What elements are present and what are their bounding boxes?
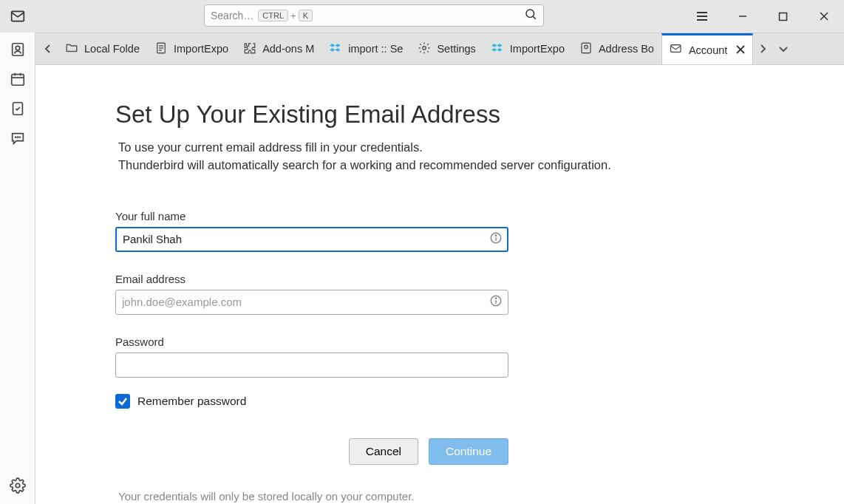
tab-importexport-2[interactable]: ImportExpo (483, 33, 572, 64)
password-label: Password (115, 336, 800, 348)
tab-local-folders[interactable]: Local Folde (58, 33, 147, 64)
remember-password-row[interactable]: Remember password (115, 394, 800, 409)
dropbox-icon (491, 41, 504, 57)
svg-point-19 (19, 137, 20, 137)
gear-icon (418, 41, 431, 57)
mail-settings-icon (670, 42, 683, 58)
tab-importexport-1[interactable]: ImportExpo (147, 33, 236, 64)
field-email: Email address (115, 273, 800, 315)
mail-icon[interactable] (0, 9, 35, 24)
field-password: Password (115, 336, 800, 378)
svg-point-25 (423, 46, 426, 50)
password-input[interactable] (115, 353, 508, 378)
tab-label: Add-ons M (262, 43, 314, 55)
tab-list-menu[interactable] (772, 33, 794, 64)
chat-icon[interactable] (10, 130, 26, 146)
tab-settings[interactable]: Settings (410, 33, 483, 64)
document-icon (154, 41, 168, 57)
svg-point-33 (495, 235, 496, 236)
svg-rect-28 (670, 45, 681, 52)
svg-point-36 (495, 298, 496, 299)
page-title: Set Up Your Existing Email Address (115, 101, 800, 129)
minimize-button[interactable] (722, 0, 763, 33)
email-label: Email address (115, 273, 800, 285)
tab-label: import :: Se (348, 43, 403, 55)
tab-label: Address Bo (599, 43, 654, 55)
svg-rect-26 (582, 43, 591, 53)
svg-point-17 (15, 137, 16, 137)
account-setup-panel: Set Up Your Existing Email Address To us… (35, 65, 844, 504)
info-icon[interactable] (489, 294, 503, 310)
remember-password-label: Remember password (137, 395, 246, 408)
search-placeholder: Search… (211, 10, 253, 21)
field-name: Your full name (115, 210, 800, 252)
titlebar: Search… CTRL + K (0, 0, 844, 33)
email-input[interactable] (115, 290, 508, 315)
close-window-button[interactable] (803, 0, 844, 33)
kbd-plus: + (290, 10, 296, 21)
kbd-k: K (299, 10, 313, 21)
tab-label: ImportExpo (510, 43, 565, 55)
page-subtitle: To use your current email address fill i… (115, 139, 800, 174)
kbd-ctrl: CTRL (258, 10, 288, 21)
name-label: Your full name (115, 210, 800, 222)
tasks-icon[interactable] (10, 101, 26, 117)
tab-label: Settings (437, 43, 475, 55)
tab-addons[interactable]: Add-ons M (236, 33, 321, 64)
global-search[interactable]: Search… CTRL + K (204, 4, 544, 27)
address-book-icon[interactable] (10, 41, 26, 58)
tab-scroll-right[interactable] (753, 33, 772, 64)
window-controls (681, 0, 844, 33)
svg-line-2 (533, 16, 535, 18)
tab-import-search[interactable]: import :: Se (321, 33, 410, 64)
svg-point-11 (16, 46, 20, 50)
address-book-icon (579, 41, 593, 57)
tab-label: Account (689, 44, 727, 56)
folder-icon (65, 41, 78, 57)
close-tab-icon[interactable] (736, 44, 745, 56)
tab-address-book[interactable]: Address Bo (572, 33, 661, 64)
svg-point-27 (585, 45, 588, 49)
tab-scroll-left[interactable] (38, 33, 58, 64)
name-input[interactable] (115, 227, 508, 252)
button-row: Cancel Continue (115, 438, 508, 465)
tab-label: ImportExpo (174, 43, 228, 55)
credentials-footnote: Your credentials will only be stored loc… (115, 490, 800, 503)
tab-label: Local Folde (84, 43, 140, 55)
tab-account-setup[interactable]: Account (661, 33, 753, 64)
svg-rect-10 (12, 44, 23, 56)
svg-rect-7 (780, 13, 787, 20)
info-icon[interactable] (489, 231, 503, 248)
spaces-toolbar (0, 33, 35, 504)
puzzle-icon (243, 41, 256, 57)
calendar-icon[interactable] (10, 71, 26, 87)
settings-icon[interactable] (10, 477, 26, 494)
cancel-button[interactable]: Cancel (349, 438, 418, 465)
svg-point-20 (16, 483, 20, 488)
dropbox-icon (329, 41, 342, 57)
remember-password-checkbox[interactable] (115, 394, 130, 409)
app-menu-button[interactable] (681, 0, 722, 33)
continue-button[interactable]: Continue (429, 438, 508, 465)
svg-rect-12 (11, 75, 24, 86)
maximize-button[interactable] (763, 0, 803, 33)
tabstrip: Local Folde ImportExpo Add-ons M import … (35, 33, 844, 65)
svg-point-1 (526, 10, 534, 18)
svg-point-18 (17, 137, 18, 137)
search-icon[interactable] (524, 7, 537, 24)
